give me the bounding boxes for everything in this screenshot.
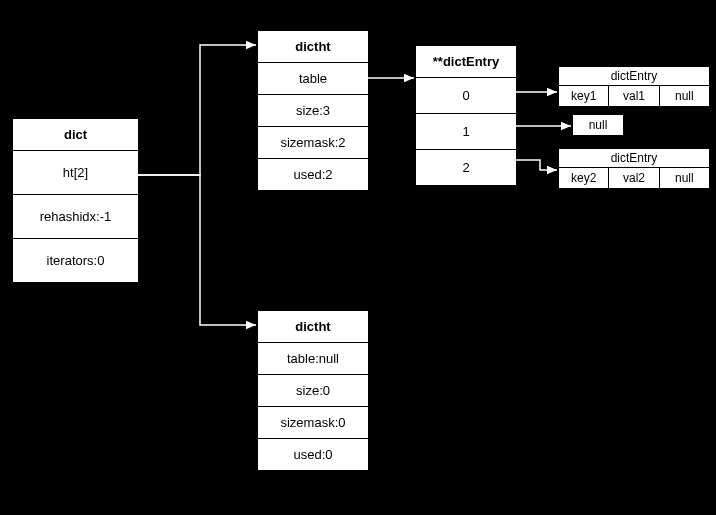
dictht1-title: dictht (258, 311, 368, 343)
dictht0-size: size:3 (258, 95, 368, 127)
buckets-box: **dictEntry 0 1 2 (415, 45, 517, 186)
dict-title: dict (13, 119, 138, 151)
buckets-title: **dictEntry (416, 46, 516, 78)
null-box: null (572, 114, 624, 136)
entry0-box: dictEntry key1 val1 null (558, 66, 710, 107)
dict-box: dict ht[2] rehashidx:-1 iterators:0 (12, 118, 139, 283)
entry0-key: key1 (559, 86, 609, 106)
entry0-val: val1 (609, 86, 659, 106)
entry0-next: null (660, 86, 709, 106)
entry2-next: null (660, 168, 709, 188)
dictht0-sizemask: sizemask:2 (258, 127, 368, 159)
dict-ht: ht[2] (13, 151, 138, 195)
bucket-0: 0 (416, 78, 516, 114)
bucket-2: 2 (416, 150, 516, 185)
dictht0-table: table (258, 63, 368, 95)
dict-iterators: iterators:0 (13, 239, 138, 282)
dict-rehashidx: rehashidx:-1 (13, 195, 138, 239)
dictht1-sizemask: sizemask:0 (258, 407, 368, 439)
dictht0-used: used:2 (258, 159, 368, 190)
entry2-title: dictEntry (559, 149, 709, 168)
dictht1-box: dictht table:null size:0 sizemask:0 used… (257, 310, 369, 471)
entry0-title: dictEntry (559, 67, 709, 86)
dictht1-size: size:0 (258, 375, 368, 407)
entry2-key: key2 (559, 168, 609, 188)
entry2-box: dictEntry key2 val2 null (558, 148, 710, 189)
dictht0-title: dictht (258, 31, 368, 63)
bucket-1: 1 (416, 114, 516, 150)
dictht0-box: dictht table size:3 sizemask:2 used:2 (257, 30, 369, 191)
dictht1-used: used:0 (258, 439, 368, 470)
dictht1-table: table:null (258, 343, 368, 375)
entry2-val: val2 (609, 168, 659, 188)
